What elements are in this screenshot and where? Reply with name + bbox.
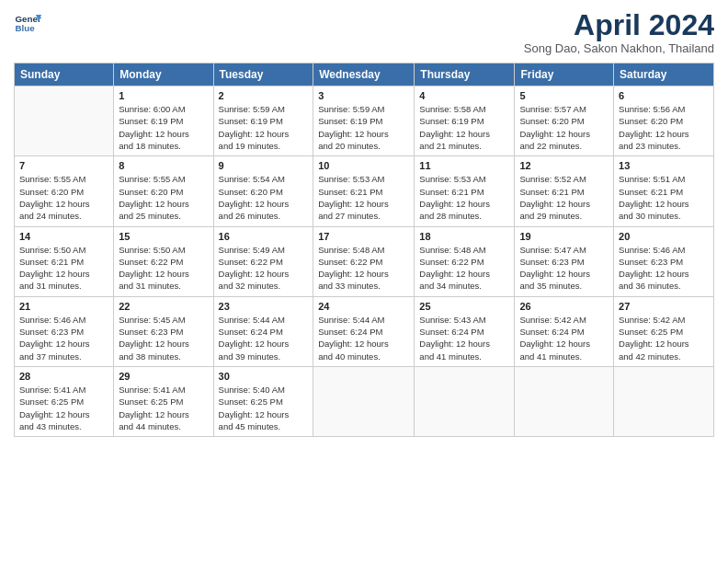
day-info: Sunrise: 5:45 AMSunset: 6:23 PMDaylight:… bbox=[119, 314, 208, 362]
day-info: Sunrise: 5:40 AMSunset: 6:25 PMDaylight:… bbox=[219, 384, 309, 432]
day-number: 18 bbox=[419, 231, 509, 242]
table-row: 9Sunrise: 5:54 AMSunset: 6:20 PMDaylight… bbox=[213, 156, 313, 226]
table-row: 5Sunrise: 5:57 AMSunset: 6:20 PMDaylight… bbox=[515, 86, 614, 156]
day-info: Sunrise: 5:59 AMSunset: 6:19 PMDaylight:… bbox=[318, 103, 409, 152]
table-row: 20Sunrise: 5:46 AMSunset: 6:23 PMDayligh… bbox=[614, 226, 714, 296]
logo: General Blue bbox=[14, 9, 41, 37]
header-tuesday: Tuesday bbox=[213, 63, 313, 86]
day-number: 3 bbox=[318, 90, 409, 101]
table-row: 8Sunrise: 5:55 AMSunset: 6:20 PMDaylight… bbox=[114, 156, 213, 226]
day-number: 16 bbox=[219, 231, 309, 242]
day-number: 14 bbox=[19, 231, 108, 242]
header-sunday: Sunday bbox=[15, 63, 114, 86]
day-info: Sunrise: 5:53 AMSunset: 6:21 PMDaylight:… bbox=[318, 173, 409, 222]
table-row bbox=[313, 366, 415, 436]
day-number: 4 bbox=[419, 90, 509, 101]
day-number: 13 bbox=[619, 160, 709, 171]
page-header: General Blue April 2024 Song Dao, Sakon … bbox=[14, 9, 714, 55]
day-info: Sunrise: 5:41 AMSunset: 6:25 PMDaylight:… bbox=[119, 384, 208, 432]
table-row: 7Sunrise: 5:55 AMSunset: 6:20 PMDaylight… bbox=[15, 156, 114, 226]
day-number: 22 bbox=[119, 301, 208, 312]
day-info: Sunrise: 5:50 AMSunset: 6:21 PMDaylight:… bbox=[19, 244, 108, 293]
day-info: Sunrise: 5:55 AMSunset: 6:20 PMDaylight:… bbox=[119, 173, 208, 222]
day-info: Sunrise: 5:52 AMSunset: 6:21 PMDaylight:… bbox=[519, 173, 609, 222]
day-number: 7 bbox=[19, 160, 108, 171]
table-row bbox=[515, 366, 614, 436]
table-row bbox=[614, 366, 714, 436]
day-number: 12 bbox=[519, 160, 609, 171]
day-info: Sunrise: 5:49 AMSunset: 6:22 PMDaylight:… bbox=[219, 244, 309, 293]
header-monday: Monday bbox=[114, 63, 213, 86]
day-number: 2 bbox=[219, 90, 309, 101]
day-info: Sunrise: 5:53 AMSunset: 6:21 PMDaylight:… bbox=[419, 173, 509, 222]
month-title: April 2024 bbox=[524, 9, 714, 41]
day-info: Sunrise: 5:57 AMSunset: 6:20 PMDaylight:… bbox=[519, 103, 609, 152]
svg-text:Blue: Blue bbox=[16, 23, 36, 33]
table-row: 10Sunrise: 5:53 AMSunset: 6:21 PMDayligh… bbox=[313, 156, 415, 226]
day-info: Sunrise: 5:41 AMSunset: 6:25 PMDaylight:… bbox=[19, 384, 108, 432]
calendar-week-row: 21Sunrise: 5:46 AMSunset: 6:23 PMDayligh… bbox=[15, 296, 714, 366]
day-number: 10 bbox=[318, 160, 409, 171]
day-info: Sunrise: 5:46 AMSunset: 6:23 PMDaylight:… bbox=[19, 314, 108, 362]
location-subtitle: Song Dao, Sakon Nakhon, Thailand bbox=[524, 41, 714, 55]
day-number: 19 bbox=[519, 231, 609, 242]
table-row: 28Sunrise: 5:41 AMSunset: 6:25 PMDayligh… bbox=[15, 366, 114, 436]
table-row: 25Sunrise: 5:43 AMSunset: 6:24 PMDayligh… bbox=[415, 296, 515, 366]
day-info: Sunrise: 5:56 AMSunset: 6:20 PMDaylight:… bbox=[619, 103, 709, 152]
header-wednesday: Wednesday bbox=[313, 63, 415, 86]
table-row: 16Sunrise: 5:49 AMSunset: 6:22 PMDayligh… bbox=[213, 226, 313, 296]
day-info: Sunrise: 5:44 AMSunset: 6:24 PMDaylight:… bbox=[318, 314, 409, 362]
table-row bbox=[415, 366, 515, 436]
table-row: 29Sunrise: 5:41 AMSunset: 6:25 PMDayligh… bbox=[114, 366, 213, 436]
day-number: 20 bbox=[619, 231, 709, 242]
table-row: 12Sunrise: 5:52 AMSunset: 6:21 PMDayligh… bbox=[515, 156, 614, 226]
calendar-week-row: 7Sunrise: 5:55 AMSunset: 6:20 PMDaylight… bbox=[15, 156, 714, 226]
day-number: 28 bbox=[19, 371, 108, 382]
table-row: 1Sunrise: 6:00 AMSunset: 6:19 PMDaylight… bbox=[114, 86, 213, 156]
day-info: Sunrise: 5:42 AMSunset: 6:25 PMDaylight:… bbox=[619, 314, 709, 362]
table-row: 26Sunrise: 5:42 AMSunset: 6:24 PMDayligh… bbox=[515, 296, 614, 366]
day-number: 25 bbox=[419, 301, 509, 312]
day-info: Sunrise: 5:55 AMSunset: 6:20 PMDaylight:… bbox=[19, 173, 108, 222]
calendar-table: Sunday Monday Tuesday Wednesday Thursday… bbox=[14, 63, 714, 437]
day-info: Sunrise: 5:44 AMSunset: 6:24 PMDaylight:… bbox=[219, 314, 309, 362]
calendar-week-row: 28Sunrise: 5:41 AMSunset: 6:25 PMDayligh… bbox=[15, 366, 714, 436]
day-number: 27 bbox=[619, 301, 709, 312]
table-row: 13Sunrise: 5:51 AMSunset: 6:21 PMDayligh… bbox=[614, 156, 714, 226]
header-saturday: Saturday bbox=[614, 63, 714, 86]
day-number: 30 bbox=[219, 371, 309, 382]
day-number: 26 bbox=[519, 301, 609, 312]
day-number: 9 bbox=[219, 160, 309, 171]
day-info: Sunrise: 5:59 AMSunset: 6:19 PMDaylight:… bbox=[219, 103, 309, 152]
day-number: 11 bbox=[419, 160, 509, 171]
day-info: Sunrise: 5:48 AMSunset: 6:22 PMDaylight:… bbox=[318, 244, 409, 293]
day-number: 5 bbox=[519, 90, 609, 101]
day-number: 15 bbox=[119, 231, 208, 242]
day-number: 17 bbox=[318, 231, 409, 242]
table-row: 15Sunrise: 5:50 AMSunset: 6:22 PMDayligh… bbox=[114, 226, 213, 296]
header-thursday: Thursday bbox=[415, 63, 515, 86]
day-info: Sunrise: 5:51 AMSunset: 6:21 PMDaylight:… bbox=[619, 173, 709, 222]
table-row: 30Sunrise: 5:40 AMSunset: 6:25 PMDayligh… bbox=[213, 366, 313, 436]
day-number: 21 bbox=[19, 301, 108, 312]
table-row: 6Sunrise: 5:56 AMSunset: 6:20 PMDaylight… bbox=[614, 86, 714, 156]
day-number: 8 bbox=[119, 160, 208, 171]
table-row: 2Sunrise: 5:59 AMSunset: 6:19 PMDaylight… bbox=[213, 86, 313, 156]
day-number: 29 bbox=[119, 371, 208, 382]
table-row: 27Sunrise: 5:42 AMSunset: 6:25 PMDayligh… bbox=[614, 296, 714, 366]
table-row: 18Sunrise: 5:48 AMSunset: 6:22 PMDayligh… bbox=[415, 226, 515, 296]
day-number: 6 bbox=[619, 90, 709, 101]
day-number: 1 bbox=[119, 90, 208, 101]
header-friday: Friday bbox=[515, 63, 614, 86]
calendar-header-row: Sunday Monday Tuesday Wednesday Thursday… bbox=[15, 63, 714, 86]
table-row bbox=[15, 86, 114, 156]
day-info: Sunrise: 5:48 AMSunset: 6:22 PMDaylight:… bbox=[419, 244, 509, 293]
day-info: Sunrise: 5:46 AMSunset: 6:23 PMDaylight:… bbox=[619, 244, 709, 293]
day-info: Sunrise: 5:47 AMSunset: 6:23 PMDaylight:… bbox=[519, 244, 609, 293]
day-info: Sunrise: 5:54 AMSunset: 6:20 PMDaylight:… bbox=[219, 173, 309, 222]
table-row: 4Sunrise: 5:58 AMSunset: 6:19 PMDaylight… bbox=[415, 86, 515, 156]
day-number: 24 bbox=[318, 301, 409, 312]
table-row: 11Sunrise: 5:53 AMSunset: 6:21 PMDayligh… bbox=[415, 156, 515, 226]
table-row: 21Sunrise: 5:46 AMSunset: 6:23 PMDayligh… bbox=[15, 296, 114, 366]
table-row: 24Sunrise: 5:44 AMSunset: 6:24 PMDayligh… bbox=[313, 296, 415, 366]
